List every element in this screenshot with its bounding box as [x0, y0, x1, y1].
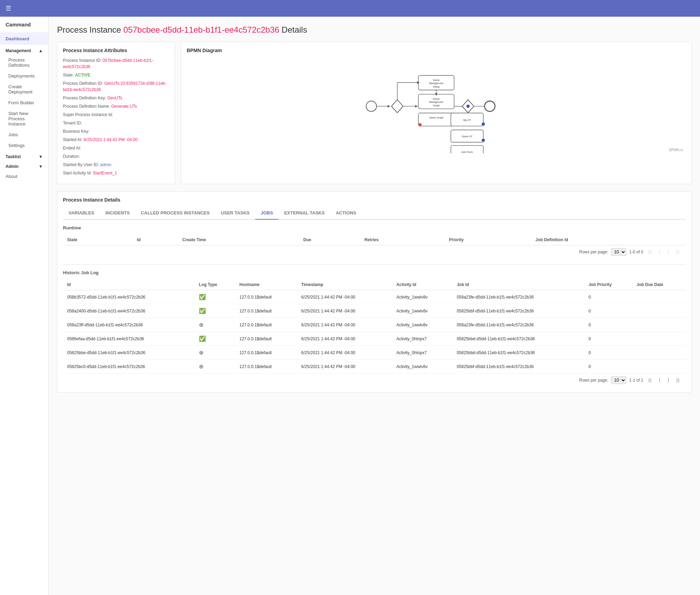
- tab-user-tasks[interactable]: USER TASKS: [215, 207, 255, 220]
- h-next-page-btn[interactable]: ⟩: [665, 377, 671, 384]
- sidebar-item-about[interactable]: About: [0, 170, 48, 182]
- attr-super-instance: Super Process Instance Id:: [63, 112, 169, 118]
- sidebar-item-settings[interactable]: Settings: [0, 140, 48, 151]
- svg-text:Gen Form: Gen Form: [461, 150, 473, 153]
- h-last-page-btn[interactable]: ⟩⟩: [674, 377, 682, 384]
- diagram-area[interactable]: Some Background Setup Some Background Sc…: [187, 56, 686, 153]
- cell-job-id: 058a23fe-d5dd-11eb-b1f1-ee4c572c2b36: [452, 318, 584, 332]
- cell-activity-id: Activity_0htnpx7: [392, 332, 453, 346]
- cell-job-priority: 0: [584, 332, 632, 346]
- cell-id: 058a2400-d5dd-11eb-b1f1-ee4c572c2b36: [63, 304, 195, 318]
- col-id: Id: [133, 235, 178, 245]
- cell-job-id: 058a23fe-d5dd-11eb-b1f1-ee4c572c2b36: [452, 290, 584, 304]
- svg-text:Some Script: Some Script: [429, 116, 444, 119]
- hamburger-icon[interactable]: ☰: [6, 5, 11, 12]
- table-row: 0586efaa-d5dd-11eb-b1f1-ee4c572c2b36 ✅ 1…: [63, 332, 686, 346]
- last-page-btn[interactable]: ⟩⟩: [674, 248, 682, 255]
- prev-page-btn[interactable]: ⟨: [657, 248, 662, 255]
- cell-job-priority: 0: [584, 360, 632, 374]
- svg-text:Background: Background: [429, 100, 443, 104]
- cell-job-id: 05825bbf-d5dd-11eb-b1f1-ee4c572c2b36: [452, 360, 584, 374]
- cell-id: 05825bc0-d5dd-11eb-b1f1-ee4c572c2b36: [63, 360, 195, 374]
- sidebar-item-deployments[interactable]: Deployments: [0, 71, 48, 81]
- attr-duration: Duration:: [63, 153, 169, 160]
- sidebar-item-form-builder[interactable]: Form Builder: [0, 97, 48, 108]
- svg-text:Setup: Setup: [433, 85, 440, 88]
- svg-text:Background: Background: [429, 82, 443, 85]
- cell-hostname: 127.0.0.1$default: [235, 290, 297, 304]
- sidebar-section-management: Management ▲: [0, 45, 48, 55]
- attr-state: State: ACTIVE: [63, 72, 169, 78]
- h-col-timestamp: Timestamp: [297, 279, 392, 290]
- cell-id: 058b3572-d5dd-11eb-b1f1-ee4c572c2b36: [63, 290, 195, 304]
- cell-id: 05825bbe-d5dd-11eb-b1f1-ee4c572c2b36: [63, 346, 195, 360]
- cell-job-due-date: [633, 318, 686, 332]
- sidebar-item-start-new-process[interactable]: Start New Process Instance: [0, 108, 48, 129]
- first-page-btn[interactable]: ⟨⟨: [646, 248, 654, 255]
- h-col-job-due-date: Job Due Date: [633, 279, 686, 290]
- col-state: State: [63, 235, 133, 245]
- h-prev-page-btn[interactable]: ⟨: [657, 377, 662, 384]
- cell-timestamp: 6/25/2021 1:44:42 PM -04:00: [297, 318, 392, 332]
- svg-point-24: [466, 105, 469, 108]
- cell-activity-id: Activity_0htnpx7: [392, 346, 453, 360]
- cell-job-priority: 0: [584, 290, 632, 304]
- sidebar: Cammand Dashboard Management ▲ Process D…: [0, 17, 49, 595]
- sidebar-item-process-definitions[interactable]: Process Definitions: [0, 55, 48, 71]
- management-chevron-icon: ▲: [39, 48, 43, 53]
- h-rows-per-page-label: Rows per page:: [579, 378, 608, 383]
- cell-hostname: 127.0.0.1$default: [235, 346, 297, 360]
- h-col-id: Id: [63, 279, 195, 290]
- title-prefix: Process Instance: [57, 25, 121, 34]
- svg-text:Some UT: Some UT: [461, 135, 473, 138]
- plus-icon: ⊕: [199, 322, 203, 328]
- h-first-page-btn[interactable]: ⟨⟨: [646, 377, 654, 384]
- svg-point-32: [482, 139, 485, 142]
- main-content: Process Instance 057bcbee-d5dd-11eb-b1f1…: [49, 17, 700, 595]
- table-row: 05825bbe-d5dd-11eb-b1f1-ee4c572c2b36 ⊕ 1…: [63, 346, 686, 360]
- attributes-heading: Process Instance Attributes: [63, 48, 169, 53]
- cell-log-type: ⊕: [195, 318, 235, 332]
- h-col-job-id: Job Id: [452, 279, 584, 290]
- top-row: Process Instance Attributes Process Inst…: [57, 42, 692, 184]
- attr-instance-id: Process Instance ID: 057bcbee-d5dd-11eb-…: [63, 57, 169, 70]
- attr-tenant-id: Tenant ID:: [63, 120, 169, 126]
- h-pagination-info: 1-1 of 1: [629, 378, 643, 383]
- sidebar-item-dashboard[interactable]: Dashboard: [0, 33, 48, 45]
- cell-job-priority: 0: [584, 318, 632, 332]
- col-priority: Priority: [445, 235, 531, 245]
- sidebar-item-create-deployment[interactable]: Create Deployment: [0, 81, 48, 97]
- col-job-def-id: Job Definition Id: [531, 235, 686, 245]
- cell-hostname: 127.0.0.1$default: [235, 360, 297, 374]
- rows-per-page-select[interactable]: 10: [611, 248, 626, 256]
- tab-actions[interactable]: ACTIONS: [330, 207, 362, 220]
- cell-log-type: ✅: [195, 304, 235, 318]
- col-retries: Retries: [360, 235, 445, 245]
- svg-text:Some: Some: [433, 79, 440, 82]
- cell-job-due-date: [633, 360, 686, 374]
- svg-text:Script: Script: [433, 104, 440, 107]
- runtime-table: State Id Create Time Due Retries Priorit…: [63, 235, 686, 245]
- cell-log-type: ✅: [195, 332, 235, 346]
- tab-jobs[interactable]: JOBS: [255, 207, 279, 220]
- h-rows-per-page-select[interactable]: 10: [611, 376, 626, 384]
- svg-point-21: [418, 123, 421, 126]
- next-page-btn[interactable]: ⟩: [665, 248, 671, 255]
- table-row: 058a23ff-d5dd-11eb-b1f1-ee4c572c2b36 ⊕ 1…: [63, 318, 686, 332]
- tab-called-process-instances[interactable]: CALLED PROCESS INSTANCES: [135, 207, 215, 220]
- col-due: Due: [299, 235, 360, 245]
- tab-incidents[interactable]: INCIDENTS: [100, 207, 135, 220]
- tab-variables[interactable]: VARIABLES: [63, 207, 100, 220]
- sidebar-item-jobs[interactable]: Jobs: [0, 129, 48, 140]
- cell-activity-id: Activity_1wwlv8v: [392, 290, 453, 304]
- plus-icon: ⊕: [199, 364, 203, 369]
- cell-job-due-date: [633, 290, 686, 304]
- success-icon: ✅: [199, 336, 206, 342]
- cell-id: 0586efaa-d5dd-11eb-b1f1-ee4c572c2b36: [63, 332, 195, 346]
- cell-activity-id: Activity_1wwlv8v: [392, 360, 453, 374]
- cell-activity-id: Activity_1wwlv8v: [392, 318, 453, 332]
- cell-job-priority: 0: [584, 346, 632, 360]
- attr-ended-at: Ended At:: [63, 145, 169, 151]
- table-row: 05825bc0-d5dd-11eb-b1f1-ee4c572c2b36 ⊕ 1…: [63, 360, 686, 374]
- tab-external-tasks[interactable]: EXTERNAL TASKS: [279, 207, 330, 220]
